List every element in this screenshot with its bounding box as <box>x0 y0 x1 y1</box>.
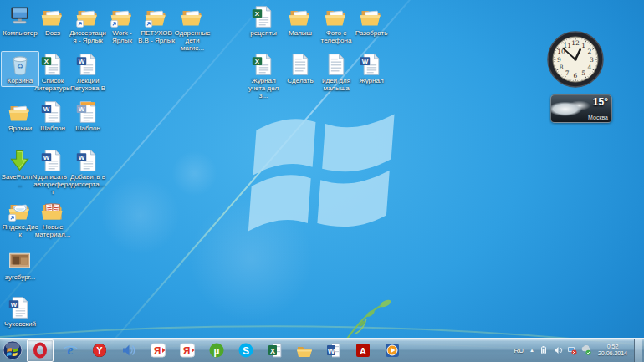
svg-text:8: 8 <box>560 64 564 71</box>
media-player-icon <box>384 342 401 359</box>
taskbar-app-internet-explorer[interactable]: e <box>58 340 83 361</box>
svg-text:W: W <box>11 301 18 308</box>
desktop-icon-label: Шаблон <box>75 125 100 132</box>
desktop-icon-excel-doc[interactable]: XЖурнал учета дел з... <box>244 51 283 102</box>
desktop-icon-label: Компьютер <box>3 29 37 37</box>
network-alert-icon[interactable] <box>567 345 577 355</box>
start-button[interactable] <box>0 339 25 362</box>
folder-icon <box>324 5 349 28</box>
taskbar-app-yandex-search-2[interactable]: Я <box>175 340 200 361</box>
desktop-icon-word-doc[interactable]: Wдописать автореферат <box>33 147 72 198</box>
text-doc-icon <box>288 53 313 76</box>
excel-doc-icon: X <box>251 5 276 28</box>
taskbar-app-yandex-search[interactable]: Я <box>146 340 171 361</box>
taskbar-app-adobe-reader[interactable]: A <box>350 340 376 361</box>
svg-text:X: X <box>255 58 260 65</box>
word-doc-icon: W <box>75 149 100 172</box>
desktop-icon-label: Новые материал... <box>34 223 71 238</box>
taskbar-app-yandex-browser[interactable]: Y <box>87 340 112 361</box>
desktop-icon-text-doc[interactable]: идеи для малыша <box>317 51 355 94</box>
desktop-icon-folder-shortcut[interactable]: ПЕТУХОВ В.В - Ярлык <box>137 3 176 47</box>
svg-text:3: 3 <box>590 56 594 64</box>
desktop-icon-label: дописать автореферат <box>33 173 72 196</box>
svg-text:S: S <box>243 345 249 357</box>
text-doc-icon <box>324 53 349 76</box>
taskbar-app-media-player[interactable] <box>380 340 405 361</box>
desktop-icon-word-doc[interactable]: WЧуковский <box>1 294 39 330</box>
taskbar-app-word[interactable]: W <box>321 340 346 361</box>
weather-gadget[interactable]: 15° Москва <box>550 94 612 123</box>
volume-icon[interactable] <box>553 345 563 355</box>
desktop-icon-word-doc[interactable]: WДобавить в диссерта... <box>69 147 107 191</box>
desktop-icon-label: Лекции Петухова В <box>69 77 106 92</box>
desktop-icon-word-template[interactable]: WШаблон <box>69 99 107 135</box>
desktop-icon-photo[interactable]: аугсбург... <box>1 247 39 283</box>
word-doc-icon: W <box>359 53 384 76</box>
desktop-icon-folder[interactable]: Малыш <box>281 3 319 39</box>
desktop-icon-label: рецепты <box>250 29 277 37</box>
taskbar-app-windows-explorer[interactable] <box>292 340 317 361</box>
lens-flare <box>171 150 217 196</box>
svg-text:Я: Я <box>183 345 191 357</box>
svg-text:W: W <box>79 58 85 65</box>
taskbar-app-volume-app[interactable] <box>116 340 141 361</box>
tray-clock[interactable]: 0:52 20.06.2014 <box>595 344 630 357</box>
desktop-icon-folder[interactable]: Разобрать <box>352 3 391 39</box>
folder-shortcut-icon <box>110 5 135 28</box>
svg-text:e: e <box>67 343 73 357</box>
word-doc-icon: W <box>40 149 65 172</box>
taskbar: eYЯЯµSXWA RU ▲ 0:52 20.06.2014 <box>0 338 644 362</box>
desktop-icon-folder-shortcut[interactable]: Диссертация - Ярлык <box>69 3 107 47</box>
recycle-bin-icon: ♻ <box>8 53 33 76</box>
desktop-icon-label: Список литературы <box>34 77 71 92</box>
language-indicator[interactable]: RU <box>512 347 525 354</box>
svg-text:4: 4 <box>587 64 591 71</box>
svg-text:1: 1 <box>581 42 585 49</box>
desktop-icon-folder-docs[interactable]: Новые материал... <box>33 197 72 241</box>
desktop-icon-word-doc[interactable]: WЖурнал <box>352 51 391 87</box>
desktop-icon-folder-shortcut[interactable]: Work - Ярлык <box>103 3 141 47</box>
clock-gadget[interactable]: 123456789101112 <box>546 30 605 89</box>
system-tray: RU ▲ 0:52 20.06.2014 <box>512 339 644 362</box>
desktop-icon-text-doc[interactable]: Сделать <box>281 51 319 87</box>
desktop-icon-word-doc[interactable]: WШаблон <box>33 99 72 135</box>
volume-app-icon <box>120 342 137 359</box>
photo-icon <box>8 249 33 273</box>
windows7-desktop: Компьютер Docs Диссертация - Ярлык Work … <box>0 0 644 362</box>
safely-remove-hardware-icon[interactable] <box>581 345 591 355</box>
excel-icon: X <box>267 342 284 359</box>
svg-text:12: 12 <box>571 39 580 47</box>
desktop-icon-excel-doc[interactable]: Xрецепты <box>244 3 283 39</box>
show-desktop-button[interactable] <box>634 339 642 362</box>
desktop-icon-label: Одаренные дети магис... <box>174 29 211 52</box>
desktop-icon-folder[interactable]: Одаренные дети магис... <box>173 3 212 54</box>
desktop-icon-label: Фото с телефона <box>318 29 355 44</box>
svg-text:W: W <box>79 105 85 113</box>
yandex-search-2-icon: Я <box>179 342 196 359</box>
battery-icon[interactable] <box>539 345 549 355</box>
svg-text:9: 9 <box>557 56 561 64</box>
svg-text:X: X <box>255 10 260 18</box>
internet-explorer-icon: e <box>62 342 79 359</box>
windows-logo-watermark <box>245 103 406 247</box>
desktop-icon-label: идеи для малыша <box>318 77 355 92</box>
folder-icon <box>40 5 65 28</box>
desktop-icon-folder[interactable]: Фото с телефона <box>317 3 355 47</box>
show-hidden-icons-button[interactable]: ▲ <box>529 348 534 353</box>
desktop-icon-label: Docs <box>45 29 60 37</box>
desktop-icon-label: Добавить в диссерта... <box>69 173 106 188</box>
svg-text:11: 11 <box>563 42 571 49</box>
desktop-icon-excel-doc[interactable]: XСписок литературы <box>33 51 72 94</box>
folder-icon <box>180 5 205 28</box>
desktop-icon-word-doc[interactable]: WЛекции Петухова В <box>69 51 107 94</box>
desktop-icon-folder[interactable]: Docs <box>33 3 72 39</box>
desktop-icon-label: Корзина <box>8 77 33 84</box>
taskbar-app-skype[interactable]: S <box>233 340 258 361</box>
folder-docs-icon <box>40 199 65 222</box>
taskbar-app-opera[interactable] <box>27 339 54 362</box>
svg-text:Y: Y <box>96 345 103 355</box>
desktop-icon-label: Сделать <box>287 77 313 84</box>
taskbar-app-excel[interactable]: X <box>263 340 288 361</box>
taskbar-app-utorrent[interactable]: µ <box>204 340 229 361</box>
weather-city: Москва <box>588 115 608 120</box>
